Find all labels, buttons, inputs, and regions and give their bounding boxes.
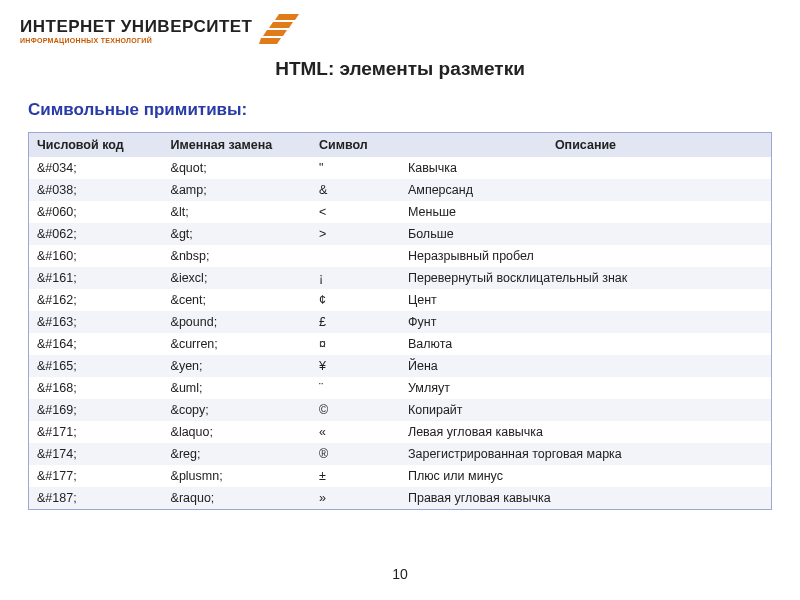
table-cell: &lt; [163, 201, 311, 223]
table-row: &#062;&gt;>Больше [29, 223, 771, 245]
svg-marker-3 [259, 38, 281, 44]
table-row: &#034;&quot;"Кавычка [29, 157, 771, 179]
table-cell: &raquo; [163, 487, 311, 509]
table-row: &#164;&curren;¤Валюта [29, 333, 771, 355]
table-cell: » [311, 487, 400, 509]
table-cell: &#161; [29, 267, 163, 289]
table-row: &#163;&pound;£Фунт [29, 311, 771, 333]
table-cell: ± [311, 465, 400, 487]
table-cell: Меньше [400, 201, 771, 223]
table-cell: Фунт [400, 311, 771, 333]
table-cell: ® [311, 443, 400, 465]
table-cell: &#168; [29, 377, 163, 399]
logo-icon [259, 10, 299, 50]
table-cell: Амперсанд [400, 179, 771, 201]
table-cell: &#060; [29, 201, 163, 223]
table-cell: Кавычка [400, 157, 771, 179]
table-cell: & [311, 179, 400, 201]
table-row: &#165;&yen;¥Йена [29, 355, 771, 377]
table-cell: Правая угловая кавычка [400, 487, 771, 509]
table-cell: &iexcl; [163, 267, 311, 289]
table-row: &#177;&plusmn;±Плюс или минус [29, 465, 771, 487]
table-cell: &yen; [163, 355, 311, 377]
table-cell: &#062; [29, 223, 163, 245]
table-row: &#060;&lt;<Меньше [29, 201, 771, 223]
table-cell: &quot; [163, 157, 311, 179]
table-cell: &nbsp; [163, 245, 311, 267]
table-cell [311, 245, 400, 267]
table-cell: &laquo; [163, 421, 311, 443]
table-cell: Больше [400, 223, 771, 245]
table-cell: Перевернутый восклицательный знак [400, 267, 771, 289]
svg-marker-2 [263, 30, 287, 36]
table-cell: > [311, 223, 400, 245]
table-cell: &#165; [29, 355, 163, 377]
table-cell: &plusmn; [163, 465, 311, 487]
logo-sub: ИНФОРМАЦИОННЫХ ТЕХНОЛОГИЙ [20, 37, 253, 44]
table-row: &#169;&copy;©Копирайт [29, 399, 771, 421]
table-cell: « [311, 421, 400, 443]
table-cell: Копирайт [400, 399, 771, 421]
slide-title: HTML: элементы разметки [0, 58, 800, 80]
table-row: &#174;&reg;®Зарегистрированная торговая … [29, 443, 771, 465]
svg-marker-1 [269, 22, 293, 28]
table-cell: &#163; [29, 311, 163, 333]
page-number: 10 [0, 566, 800, 582]
table-cell: &gt; [163, 223, 311, 245]
table-cell: ¢ [311, 289, 400, 311]
entities-table: Числовой код Именная замена Символ Описа… [28, 132, 772, 510]
table-cell: Левая угловая кавычка [400, 421, 771, 443]
table-cell: &uml; [163, 377, 311, 399]
table-cell: &#162; [29, 289, 163, 311]
table-cell: £ [311, 311, 400, 333]
table-cell: &reg; [163, 443, 311, 465]
table-cell: © [311, 399, 400, 421]
table-row: &#162;&cent;¢Цент [29, 289, 771, 311]
table-cell: &cent; [163, 289, 311, 311]
table-cell: ¤ [311, 333, 400, 355]
table-cell: &#038; [29, 179, 163, 201]
table-cell: ¨ [311, 377, 400, 399]
table-cell: Плюс или минус [400, 465, 771, 487]
table-cell: &amp; [163, 179, 311, 201]
table-cell: &#164; [29, 333, 163, 355]
table-cell: Валюта [400, 333, 771, 355]
table-row: &#038;&amp;&Амперсанд [29, 179, 771, 201]
logo-main: ИНТЕРНЕТ УНИВЕРСИТЕТ [20, 17, 253, 37]
table-row: &#187;&raquo;»Правая угловая кавычка [29, 487, 771, 509]
table-cell: &#160; [29, 245, 163, 267]
table-header-row: Числовой код Именная замена Символ Описа… [29, 133, 771, 157]
table-cell: ¥ [311, 355, 400, 377]
table-cell: Зарегистрированная торговая марка [400, 443, 771, 465]
table-cell: Неразрывный пробел [400, 245, 771, 267]
table-cell: " [311, 157, 400, 179]
table-cell: &#034; [29, 157, 163, 179]
col-header-name: Именная замена [163, 133, 311, 157]
logo: ИНТЕРНЕТ УНИВЕРСИТЕТ ИНФОРМАЦИОННЫХ ТЕХН… [20, 10, 299, 50]
table-cell: &#169; [29, 399, 163, 421]
table-cell: &#177; [29, 465, 163, 487]
table-cell: &copy; [163, 399, 311, 421]
table-cell: Цент [400, 289, 771, 311]
col-header-symbol: Символ [311, 133, 400, 157]
svg-marker-0 [275, 14, 299, 20]
table-row: &#160;&nbsp; Неразрывный пробел [29, 245, 771, 267]
table-cell: Йена [400, 355, 771, 377]
col-header-code: Числовой код [29, 133, 163, 157]
table-cell: < [311, 201, 400, 223]
table-cell: &#174; [29, 443, 163, 465]
col-header-desc: Описание [400, 133, 771, 157]
table-cell: &#187; [29, 487, 163, 509]
section-title: Символьные примитивы: [28, 100, 247, 120]
table-cell: &curren; [163, 333, 311, 355]
table-row: &#168;&uml;¨Умляут [29, 377, 771, 399]
table-cell: &pound; [163, 311, 311, 333]
table-cell: &#171; [29, 421, 163, 443]
logo-text: ИНТЕРНЕТ УНИВЕРСИТЕТ ИНФОРМАЦИОННЫХ ТЕХН… [20, 17, 253, 44]
table-cell: ¡ [311, 267, 400, 289]
table-cell: Умляут [400, 377, 771, 399]
table-row: &#161;&iexcl;¡Перевернутый восклицательн… [29, 267, 771, 289]
table-row: &#171;&laquo;«Левая угловая кавычка [29, 421, 771, 443]
